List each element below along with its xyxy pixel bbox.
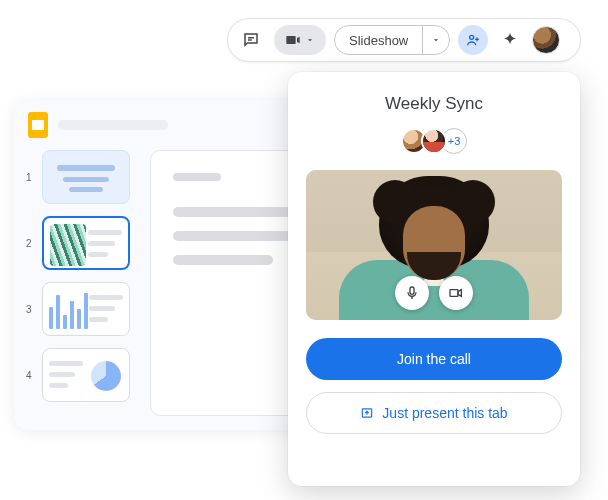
- video-camera-icon: [285, 32, 301, 48]
- slide-thumbnail-4[interactable]: [42, 348, 130, 402]
- slides-logo-icon: [28, 112, 48, 138]
- thumbnail-number: 4: [26, 370, 34, 381]
- comments-button[interactable]: [236, 25, 266, 55]
- meeting-title: Weekly Sync: [385, 94, 483, 114]
- video-preview: [306, 170, 562, 320]
- gemini-button[interactable]: [496, 26, 524, 54]
- svg-rect-1: [410, 287, 414, 294]
- share-button[interactable]: [458, 25, 488, 55]
- thumbnail-row: 1: [26, 150, 134, 204]
- thumbnail-row: 3: [26, 282, 134, 336]
- meet-panel: Weekly Sync +3 Join the call Just presen…: [288, 72, 580, 486]
- present-tab-label: Just present this tab: [382, 405, 507, 421]
- present-tab-icon: [360, 406, 374, 420]
- document-title-placeholder[interactable]: [58, 120, 168, 130]
- video-controls: [395, 276, 473, 310]
- sparkle-icon: [501, 31, 519, 49]
- svg-rect-2: [450, 290, 458, 297]
- join-call-button[interactable]: Join the call: [306, 338, 562, 380]
- person-add-icon: [465, 32, 481, 48]
- microphone-icon: [404, 285, 420, 301]
- slide-thumbnails: 1 2 3 4: [26, 150, 134, 416]
- video-call-button[interactable]: [274, 25, 326, 55]
- camera-toggle-button[interactable]: [439, 276, 473, 310]
- svg-point-0: [470, 35, 474, 39]
- thumbnail-row: 2: [26, 216, 134, 270]
- slideshow-button-group: Slideshow: [334, 25, 450, 55]
- thumbnail-number: 1: [26, 172, 34, 183]
- top-toolbar: Slideshow: [227, 18, 581, 62]
- video-camera-icon: [448, 285, 464, 301]
- chevron-down-icon: [431, 35, 441, 45]
- comment-icon: [242, 31, 260, 49]
- thumbnail-number: 2: [26, 238, 34, 249]
- participant-avatar[interactable]: [421, 128, 447, 154]
- slideshow-button[interactable]: Slideshow: [335, 26, 423, 54]
- participants-row: +3: [401, 128, 467, 154]
- slide-thumbnail-2[interactable]: [42, 216, 130, 270]
- present-tab-button[interactable]: Just present this tab: [306, 392, 562, 434]
- slideshow-dropdown-button[interactable]: [423, 26, 449, 54]
- thumbnail-number: 3: [26, 304, 34, 315]
- microphone-toggle-button[interactable]: [395, 276, 429, 310]
- slide-thumbnail-1[interactable]: [42, 150, 130, 204]
- chevron-down-icon: [305, 35, 315, 45]
- thumbnail-row: 4: [26, 348, 134, 402]
- account-avatar[interactable]: [532, 26, 560, 54]
- slide-thumbnail-3[interactable]: [42, 282, 130, 336]
